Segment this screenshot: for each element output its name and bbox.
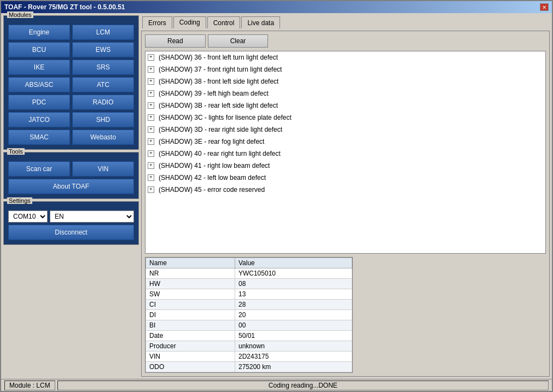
error-text: (SHADOW) 40 - rear right turn light defe… [159,149,281,159]
module-btn-ews[interactable]: EWS [72,42,134,57]
error-text: (SHADOW) 45 - error code reserved [159,185,265,195]
module-btn-abs-asc[interactable]: ABS/ASC [8,77,70,92]
modules-group: Modules EngineLCMBCUEWSIKESRSABS/ASCATCP… [3,15,139,150]
error-text: (SHADOW) 36 - front left turn light defe… [159,52,278,62]
module-btn-engine[interactable]: Engine [8,25,70,40]
list-item: +(SHADOW) 37 - front right turn light de… [145,63,545,75]
table-cell-value: 08 [235,279,352,289]
expand-icon[interactable]: + [148,54,154,61]
table-row: SW13 [146,289,352,300]
error-text: (SHADOW) 3E - rear fog light defect [159,137,264,147]
table-cell-value: 13 [235,289,352,300]
table-cell-name: SW [146,289,235,300]
language-select[interactable]: EN [50,210,134,223]
table-cell-value: 2D243175 [235,352,352,362]
list-item: +(SHADOW) 41 - right low beam defect [145,160,545,172]
list-item: +(SHADOW) 38 - front left side light def… [145,75,545,87]
list-item: +(SHADOW) 39 - left high beam defect [145,87,545,100]
title-bar: TOAF - Rover 75/MG ZT tool - 0.5.00.51 ✕ [1,1,552,13]
bottom-area: NameValueNRYWC105010HW08SW13CI28DI20BI00… [145,257,546,373]
expand-icon[interactable]: + [148,186,154,193]
settings-label: Settings [7,197,32,204]
module-btn-lcm[interactable]: LCM [72,25,134,40]
module-btn-smac[interactable]: SMAC [8,130,70,145]
status-bar: Module : LCM Coding reading...DONE [1,379,552,391]
expand-icon[interactable]: + [148,126,154,133]
module-btn-srs[interactable]: SRS [72,60,134,75]
right-panel: ErrorsCodingControlLive data Read Clear … [141,15,550,377]
action-buttons: Read Clear [145,34,546,48]
window-title: TOAF - Rover 75/MG ZT tool - 0.5.00.51 [4,3,125,11]
module-btn-webasto[interactable]: Webasto [72,130,134,145]
tab-control[interactable]: Control [207,16,241,28]
table-cell-name: VIN [146,352,235,362]
info-table: NameValueNRYWC105010HW08SW13CI28DI20BI00… [145,258,352,372]
table-row: DI20 [146,310,352,320]
expand-icon[interactable]: + [148,102,154,109]
scan-car-button[interactable]: Scan car [8,161,70,177]
expand-icon[interactable]: + [148,90,154,97]
expand-icon[interactable]: + [148,138,154,145]
table-row: ODO275200 km [146,362,352,372]
module-btn-ike[interactable]: IKE [8,60,70,75]
table-header: Value [235,258,352,268]
table-row: BI00 [146,320,352,331]
table-cell-name: CI [146,300,235,310]
table-cell-name: Date [146,331,235,341]
table-cell-name: DI [146,310,235,320]
table-cell-value: YWC105010 [235,268,352,279]
error-text: (SHADOW) 37 - front right turn light def… [159,65,282,74]
table-cell-value: 275200 km [235,362,352,372]
table-cell-name: NR [146,268,235,279]
table-cell-value: 20 [235,310,352,320]
error-text: (SHADOW) 41 - right low beam defect [159,161,270,171]
vin-button[interactable]: VIN [72,161,134,177]
close-button[interactable]: ✕ [540,3,549,11]
table-row: CI28 [146,300,352,310]
table-row: HW08 [146,279,352,289]
table-cell-name: BI [146,320,235,331]
read-button[interactable]: Read [145,34,206,48]
module-btn-shd[interactable]: SHD [72,112,134,127]
module-btn-atc[interactable]: ATC [72,77,134,92]
status-message: Coding reading...DONE [57,381,549,390]
error-text: (SHADOW) 42 - left low beam defect [159,173,266,183]
tab-live_data[interactable]: Live data [241,16,280,28]
expand-icon[interactable]: + [148,162,154,169]
module-btn-jatco[interactable]: JATCO [8,112,70,127]
settings-group: Settings COM10 EN Disconnect [3,201,139,245]
info-table-container: NameValueNRYWC105010HW08SW13CI28DI20BI00… [145,257,353,373]
expand-icon[interactable]: + [148,174,154,181]
com-port-select[interactable]: COM10 [8,210,48,223]
left-panel: Modules EngineLCMBCUEWSIKESRSABS/ASCATCP… [3,15,139,377]
disconnect-button[interactable]: Disconnect [8,225,134,240]
module-btn-pdc[interactable]: PDC [8,95,70,110]
tools-label: Tools [7,148,25,155]
table-row: Producerunknown [146,341,352,352]
expand-icon[interactable]: + [148,66,154,73]
expand-icon[interactable]: + [148,150,154,157]
list-item: +(SHADOW) 45 - error code reserved [145,184,545,196]
table-row: VIN2D243175 [146,352,352,362]
module-btn-bcu[interactable]: BCU [8,42,70,57]
module-btn-radio[interactable]: RADIO [72,95,134,110]
tab-errors[interactable]: Errors [142,16,172,28]
table-row: NRYWC105010 [146,268,352,279]
tools-content: Scan car VIN About TOAF [6,159,136,196]
tools-row: Scan car VIN [8,161,134,177]
expand-icon[interactable]: + [148,78,154,85]
table-cell-value: unknown [235,341,352,352]
errors-list[interactable]: +(SHADOW) 36 - front left turn light def… [145,51,546,254]
list-item: +(SHADOW) 3C - lights for lisence plate … [145,112,545,124]
table-cell-value: 28 [235,300,352,310]
about-toaf-button[interactable]: About TOAF [8,179,134,194]
clear-button[interactable]: Clear [208,34,269,48]
table-cell-value: 00 [235,320,352,331]
list-item: +(SHADOW) 36 - front left turn light def… [145,51,545,63]
expand-icon[interactable]: + [148,114,154,121]
error-text: (SHADOW) 3D - rear right side light defe… [159,125,282,134]
tab-content-area: Read Clear +(SHADOW) 36 - front left tur… [141,31,550,377]
tools-group: Tools Scan car VIN About TOAF [3,152,139,199]
tab-coding[interactable]: Coding [173,16,206,28]
list-item: +(SHADOW) 3E - rear fog light defect [145,136,545,148]
